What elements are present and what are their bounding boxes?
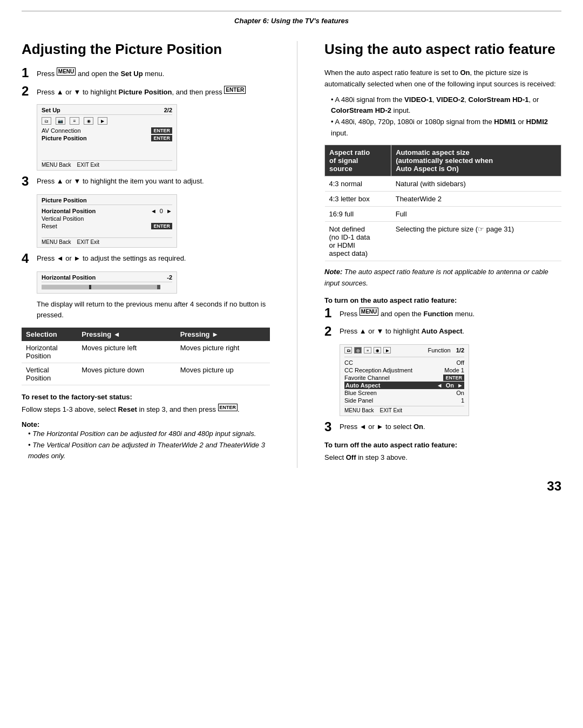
fs-row-side: Side Panel 1 [344,397,464,404]
screen2-reset-label: Reset [42,223,57,229]
size-169-full: Full [391,206,561,221]
screen1-footer: MENU Back EXIT Exit [42,160,172,168]
right-column: Using the auto aspect ratio feature When… [324,41,561,468]
icon-folder: 🗂 [42,117,51,125]
fs-auto-arrows: ◄ On ► [437,382,463,389]
row-horiz-right: Moves picture right [176,341,270,363]
aspect-row-4: Not defined(no ID-1 dataor HDMIaspect da… [325,221,561,261]
step-3: 3 Press ▲ or ▼ to highlight the item you… [22,176,270,188]
horiz-pos-screen: Horizontal Position -2 [37,271,177,294]
row-vert-right: Moves picture up [176,363,270,385]
note-item-2: The Vertical Position can be adjusted in… [28,440,270,462]
note-label: Note: [22,420,39,428]
col-selection: Selection [22,328,77,341]
fs-row-cc-adj: CC Reception Adjustment Mode 1 [344,366,464,374]
bullet-item-1: A 480i signal from the VIDEO-1, VIDEO-2,… [331,94,561,117]
turn-on-title: To turn on the auto aspect ratio feature… [324,296,561,304]
fs-row-cc: CC Off [344,359,464,366]
screen2-row-vert: Vertical Position [42,215,172,222]
right-step-1: 1 Press MENU and open the Function menu. [324,308,561,319]
aspect-col1-header: Aspect ratioof signalsource [325,145,391,176]
fs-fav-label: Favorite Channel [344,375,390,381]
function-screen-title: 🗂 ◎ ≡ ◉ ▶ Function 1/2 [344,347,464,357]
screen1-page: 2/2 [164,107,172,113]
note-list: The Horizontal Position can be adjusted … [22,428,270,462]
aspect-row-2: 4:3 letter box TheaterWide 2 [325,191,561,206]
table-row-vert: VerticalPosition Moves picture down Move… [22,363,270,385]
screen1-av-label: AV Connection [42,127,81,134]
step-2-num: 2 [22,85,37,98]
aspect-row-3: 16:9 full Full [325,206,561,221]
screen1-row-av: AV Connection ENTER [42,127,172,134]
fs-side-label: Side Panel [344,397,373,404]
row-horiz-left: Moves picture left [77,341,175,363]
right-step-2: 2 Press ▲ or ▼ to highlight Auto Aspect. [324,326,561,338]
enter-icon-reset: ENTER [218,404,238,411]
aspect-row-1: 4:3 normal Natural (with sidebars) [325,176,561,191]
note-item-1: The Horizontal Position can be adjusted … [28,428,270,440]
screen2-title-text: Picture Position [42,197,87,203]
right-step-3: 3 Press ◄ or ► to select On. [324,421,561,433]
factory-reset-title: To reset to the factory-set status: [22,393,270,401]
selection-table: Selection Pressing ◄ Pressing ► Horizont… [22,328,270,385]
fs-icon-4: ◉ [374,347,381,353]
fs-row-auto-aspect: Auto Aspect ◄ On ► [344,382,464,389]
aspect-table: Aspect ratioof signalsource Automatic as… [324,145,561,261]
step-2: 2 Press ▲ or ▼ to highlight Picture Posi… [22,86,270,98]
function-screen-name: Function [428,347,451,356]
fs-row-blue: Blue Screen On [344,389,464,397]
setup-menu-screen: Set Up 2/2 🗂 📷 ≡ ◉ ▶ AV Connection ENTER… [37,104,177,171]
fs-auto-label: Auto Aspect [345,382,380,389]
function-screen-icons: 🗂 ◎ ≡ ◉ ▶ [344,347,391,353]
fs-icon-2: ◎ [354,347,362,353]
turn-off-title: To turn off the auto aspect ratio featur… [324,441,561,449]
step-3-content: Press ▲ or ▼ to highlight the item you w… [37,176,270,187]
screen3-label: Horizontal Position [42,274,96,281]
screen1-picture-label: Picture Position [42,135,87,141]
menu-icon-right-step1: MENU [360,308,378,316]
table-row-horiz: HorizontalPosition Moves picture left Mo… [22,341,270,363]
screen2-row-reset: Reset ENTER [42,222,172,230]
right-bullets: A 480i signal from the VIDEO-1, VIDEO-2,… [324,94,561,139]
function-screen-footer: MENU Back EXIT Exit [344,406,464,413]
col-pressing-left: Pressing ◄ [77,328,175,341]
right-intro: When the auto aspect ratio feature is se… [324,67,561,90]
function-screen-page: 1/2 [456,347,464,356]
screen3-value: -2 [167,274,172,281]
step-1-content: Press MENU and open the Set Up menu. [37,67,270,79]
fs-cc-label: CC [344,359,353,366]
display-text: The display will return to the previous … [37,299,270,320]
right-step-2-num: 2 [324,325,340,338]
bullet-item-2: A 480i, 480p, 720p, 1080i or 1080p signa… [331,117,561,139]
step-3-num: 3 [22,175,37,188]
screen2-horiz-label: Horizontal Position [42,208,96,214]
screen1-picture-enter: ENTER [151,135,172,141]
screen1-icons: 🗂 📷 ≡ ◉ ▶ [42,117,172,125]
fs-blue-label: Blue Screen [344,390,377,396]
fs-cc-value: Off [457,359,464,366]
screen1-row-picture: Picture Position ENTER [42,134,172,142]
factory-reset-text: Follow steps 1-3 above, select Reset in … [22,404,270,415]
horiz-pos-bar [42,284,160,290]
step-4: 4 Press ◄ or ► to adjust the settings as… [22,253,270,265]
screen2-footer: MENU Back EXIT Exit [42,237,172,245]
menu-icon-step1: MENU [57,67,76,76]
screen1-footer-text: MENU Back EXIT Exit [42,162,99,168]
right-step-1-num: 1 [324,307,340,319]
screen2-vert-label: Vertical Position [42,215,84,222]
screen3-title: Horizontal Position -2 [42,274,172,282]
size-43-letterbox: TheaterWide 2 [391,191,561,206]
step-1: 1 Press MENU and open the Set Up menu. [22,67,270,79]
screen2-title: Picture Position [42,197,172,205]
right-step-2-content: Press ▲ or ▼ to highlight Auto Aspect. [340,326,561,337]
fs-icon-5: ▶ [383,347,391,353]
icon-play: ▶ [98,117,107,125]
turn-off-text: Select Off in step 3 above. [324,452,561,464]
row-horiz-selection: HorizontalPosition [22,341,77,363]
aspect-col2-header: Automatic aspect size(automatically sele… [391,145,561,176]
row-vert-selection: VerticalPosition [22,363,77,385]
step-1-num: 1 [22,66,37,79]
page-number: 33 [22,479,561,494]
fs-fav-enter: ENTER [443,375,464,381]
signal-169-full: 16:9 full [325,206,391,221]
